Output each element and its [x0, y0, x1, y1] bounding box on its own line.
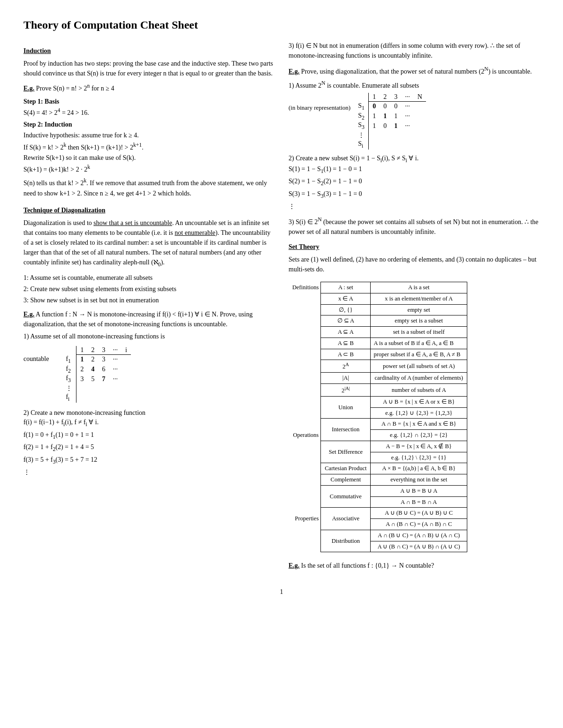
left-column: Induction Proof by induction has two ste…	[23, 41, 274, 574]
subset-step3: 3) S(i) ∈ 2N (because the power set cont…	[289, 216, 540, 237]
set-theory-intro: Sets are (1) well defined, (2) have no o…	[289, 255, 540, 274]
subset-s2: S(2) = 1 − S2(2) = 1 − 1 = 0	[289, 176, 540, 188]
eg2: E.g. A function f : N → N is monotone-in…	[23, 309, 274, 329]
func-table-container: countable 1 2 3 ··· i f1 1 2 3 ···	[23, 342, 274, 406]
diag-step3: 3: Show new subset is in set but not in …	[23, 295, 274, 306]
eg1-label: E.g.	[23, 85, 34, 92]
binary-label: (in binary representation)	[289, 104, 350, 112]
mono-step1: 1) Assume set of all monotone-increasing…	[23, 333, 274, 340]
step2-title: Step 2: Induction	[23, 121, 274, 128]
induction-title: Induction	[23, 47, 274, 55]
subset-table: 1 2 3 ··· N S1 0 0 0 ··· S2 1 1	[354, 93, 426, 150]
step2-line4: S(k+1) = (k+1)k! > 2 · 2k	[23, 163, 274, 175]
step2-line3: Rewrite S(k+1) so it can make use of S(k…	[23, 153, 274, 163]
step1-title: Step 1: Basis	[23, 98, 274, 105]
properties-label: Properties	[289, 485, 321, 552]
page-title: Theory of Computation Cheat Sheet	[23, 19, 540, 31]
mono-line4: f(3) = 5 + f3(3) = 5 + 7 = 12	[23, 454, 274, 467]
mono-line5: ⋮	[23, 467, 274, 478]
eg3-label: E.g.	[289, 68, 299, 75]
eg-final-label: E.g.	[289, 562, 299, 569]
subset-table-container: (in binary representation) 1 2 3 ··· N S…	[289, 91, 540, 151]
step2-lines: Inductive hypothesis: assume true for k …	[23, 130, 274, 199]
step2-line1: Inductive hypothesis: assume true for k …	[23, 130, 274, 141]
eg3: E.g. Prove, using diagonalization, that …	[289, 65, 540, 76]
eg1: E.g. Prove S(n) = n! > 2n for n ≥ 4	[23, 82, 274, 93]
subset-dots: ⋮	[289, 201, 540, 212]
definitions-label: Definitions	[289, 282, 321, 293]
step3-mono: 3) f(i) ∈ N but not in enumeration (diff…	[289, 41, 540, 60]
step1-text: S(4) = 4! > 24 = 24 > 16.	[23, 107, 274, 117]
right-column: 3) f(i) ∈ N but not in enumeration (diff…	[289, 41, 540, 574]
page-number: 1	[23, 588, 540, 596]
subset-s3: S(3) = 1 − S3(3) = 1 − 1 = 0	[289, 188, 540, 201]
eg-final: E.g. Is the set of all functions f : {0,…	[289, 561, 540, 570]
eg2-label: E.g.	[23, 311, 34, 318]
set-theory-table: Definitions A : set A is a set x ∈ A x i…	[289, 282, 467, 552]
diag-step2: 2: Create new subset using elements from…	[23, 284, 274, 295]
eg3-text: Prove, using diagonalization, that the p…	[301, 68, 532, 75]
func-table: 1 2 3 ··· i f1 1 2 3 ··· f2 2 4	[62, 346, 130, 403]
set-theory-title: Set Theory	[289, 243, 540, 251]
set-theory-table-container: Definitions A : set A is a set x ∈ A x i…	[289, 278, 540, 556]
diag-title: Technique of Diagonalization	[23, 207, 274, 214]
diag-intro: Diagonalization is used to show that a s…	[23, 218, 274, 269]
operations-label: Operations	[289, 396, 321, 474]
subset-step1: 1) Assume 2N is countable. Enumerate all…	[289, 80, 540, 90]
eg-final-text: Is the set of all functions f : {0,1} → …	[301, 562, 434, 569]
eg1-text: Prove S(n) = n! > 2n for n ≥ 4	[36, 85, 114, 92]
eg2-text: A function f : N → N is monotone-increas…	[23, 311, 252, 328]
induction-intro: Proof by induction has two steps: provin…	[23, 59, 274, 78]
subset-s1: S(1) = 1 − S1(1) = 1 − 0 = 1	[289, 164, 540, 176]
step2-line5: S(n) tells us that k! > 2k. If we remove…	[23, 177, 274, 199]
step2-line2: If S(k) = k! > 2k then S(k+1) = (k+1)! >…	[23, 141, 274, 153]
subset-step2-lines: S(1) = 1 − S1(1) = 1 − 0 = 1 S(2) = 1 − …	[289, 164, 540, 212]
subset-step2: 2) Create a new subset S(i) = 1 − Si(i),…	[289, 154, 540, 164]
countable-label: countable	[23, 355, 49, 363]
mono-step2-lines: f(i) = f(i−1) + fi(i), f ≠ fi ∀ i. f(1) …	[23, 417, 274, 478]
mono-line3: f(2) = 1 + f2(2) = 1 + 4 = 5	[23, 442, 274, 454]
mono-line1: f(i) = f(i−1) + fi(i), f ≠ fi ∀ i.	[23, 417, 274, 429]
diag-step1: 1: Assume set is countable, enumerate al…	[23, 272, 274, 284]
mono-step2-title: 2) Create a new monotone-increasing func…	[23, 409, 274, 417]
diag-steps: 1: Assume set is countable, enumerate al…	[23, 272, 274, 306]
mono-line2: f(1) = 0 + f1(1) = 0 + 1 = 1	[23, 429, 274, 442]
